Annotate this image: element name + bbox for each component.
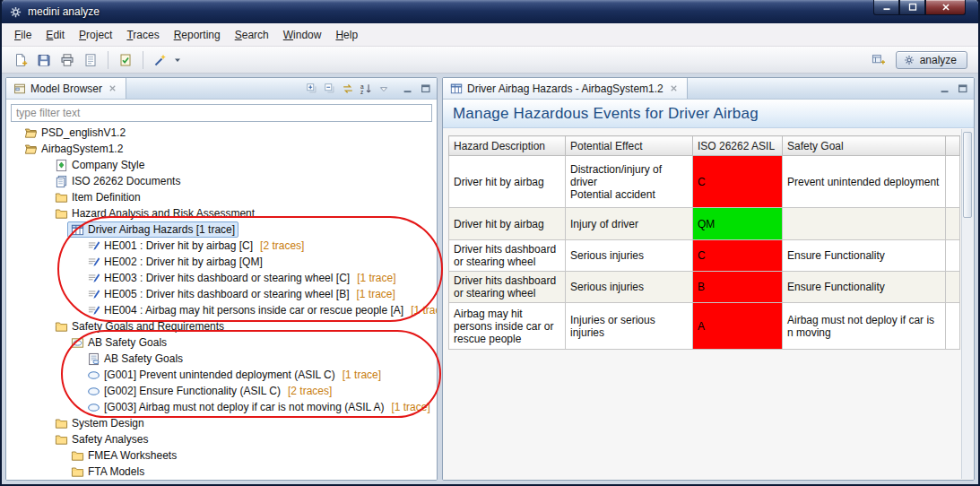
editor-scrollbar[interactable]	[961, 129, 973, 479]
tree-item[interactable]: [G002] Ensure Functionality (ASIL C)[2 t…	[6, 383, 437, 399]
scrollbar-thumb[interactable]	[963, 132, 972, 218]
close-button[interactable]	[925, 0, 966, 15]
tree-item-content: System Design	[51, 415, 148, 431]
menu-traces[interactable]: Traces	[119, 25, 166, 45]
potential-effect-cell[interactable]: Serious injuries	[566, 240, 693, 272]
potential-effect-cell[interactable]: Distraction/injury of driver Potential a…	[566, 156, 693, 208]
filter-input[interactable]	[11, 104, 432, 122]
column-header[interactable]: Potential Effect	[566, 136, 693, 156]
table-row: Driver hit by airbagInjury of driverQM	[449, 208, 960, 240]
safety-goal-cell[interactable]: Prevent unintended deployment	[783, 156, 946, 208]
potential-effect-cell[interactable]: Injury of driver	[566, 208, 693, 240]
tree-item-content: Company Style	[51, 157, 148, 173]
print-button[interactable]	[56, 49, 79, 71]
tree-item[interactable]: Driver Airbag Hazards [1 trace]	[6, 221, 437, 238]
hazard-description-cell[interactable]: Driver hits dashboard or stearing wheel	[449, 240, 566, 272]
tree-item[interactable]: AirbagSystem1.2	[6, 141, 437, 157]
tree-item[interactable]: [G003] Airbag must not deploy if car is …	[6, 399, 437, 415]
company-style-icon	[55, 159, 68, 172]
medini-logo-icon	[9, 5, 22, 19]
tree-item[interactable]: FTA Models	[6, 464, 437, 480]
close-tab-icon[interactable]	[107, 82, 118, 94]
tab-model-browser[interactable]: Model Browser	[6, 78, 126, 99]
analyze-perspective-button[interactable]: analyze	[896, 51, 967, 69]
safety-goal-cell[interactable]: Airbag must not deploy if car is n movin…	[783, 303, 946, 350]
export-report-button[interactable]	[79, 49, 102, 71]
menu-help[interactable]: Help	[328, 25, 365, 45]
tree-item[interactable]: HE004 : Airbag may hit persons inside ca…	[6, 302, 437, 318]
tree-item[interactable]: AB Safety Goals	[6, 334, 437, 351]
tree-item[interactable]: Hazard Analysis and Risk Assessment	[6, 205, 437, 221]
tree-item[interactable]: Safety Analyses	[6, 431, 437, 447]
tree-item-label: Hazard Analysis and Risk Assessment	[72, 207, 255, 220]
hazard-description-cell[interactable]: Driver hit by airbag	[449, 156, 566, 208]
window-controls	[873, 0, 973, 15]
tree-item[interactable]: HE005 : Driver hits dashboard or stearin…	[6, 286, 437, 302]
minimize-view-button[interactable]	[399, 80, 416, 97]
open-perspective-button[interactable]	[868, 50, 889, 70]
table-row: Driver hits dashboard or stearing wheelS…	[449, 272, 960, 303]
tree-item[interactable]: FMEA Worksheets	[6, 447, 437, 464]
safety-goal-cell[interactable]: Ensure Functionality	[783, 272, 946, 303]
editor-tab-icon	[450, 82, 463, 95]
tree-item[interactable]: HE001 : Driver hit by airbag [C][2 trace…	[6, 238, 437, 254]
maximize-view-button[interactable]	[954, 80, 971, 97]
tree-item-label: ISO 26262 Documents	[72, 175, 180, 187]
title-bar[interactable]: medini analyze	[2, 0, 978, 23]
menu-file[interactable]: File	[7, 25, 39, 45]
safety-goal-cell[interactable]: Ensure Functionality	[783, 240, 946, 272]
tab-driver-airbag-hazards[interactable]: Driver Airbag Hazards - AirbagSystem1.2	[443, 78, 688, 99]
asil-cell[interactable]: A	[693, 303, 783, 350]
expand-all-button[interactable]	[303, 80, 320, 97]
close-tab-icon[interactable]	[668, 82, 680, 94]
table-row: Airbag may hit persons inside car or res…	[449, 303, 960, 350]
hazard-description-cell[interactable]: Driver hits dashboard or stearing wheel	[449, 272, 566, 303]
new-wizard-button[interactable]	[9, 49, 32, 71]
dropdown-caret-icon[interactable]	[172, 49, 182, 71]
tree-item-content: [G002] Ensure Functionality (ASIL C)[2 t…	[83, 383, 335, 399]
folder-icon	[55, 207, 68, 221]
menu-edit[interactable]: Edit	[39, 25, 72, 45]
tree-item[interactable]: [G001] Prevent unintended deployment (AS…	[6, 367, 437, 383]
sort-button[interactable]: az	[357, 80, 374, 97]
validate-button[interactable]	[114, 49, 137, 71]
maximize-view-button[interactable]	[417, 80, 434, 97]
folder-icon	[71, 449, 84, 463]
maximize-button[interactable]	[899, 0, 925, 15]
menu-search[interactable]: Search	[228, 25, 276, 45]
potential-effect-cell[interactable]: Serious injuries	[566, 272, 693, 303]
tree-item[interactable]: PSD_englishV1.2	[6, 125, 437, 141]
hazard-description-cell[interactable]: Driver hit by airbag	[449, 208, 566, 240]
tree-item[interactable]: Company Style	[6, 157, 437, 173]
column-header[interactable]: ISO 26262 ASIL	[693, 136, 783, 156]
wand-button[interactable]	[149, 49, 172, 71]
tree-item-label: AirbagSystem1.2	[41, 143, 123, 155]
save-button[interactable]	[32, 49, 56, 71]
view-menu-button[interactable]	[375, 80, 392, 97]
minimize-view-button[interactable]	[936, 80, 953, 97]
asil-cell[interactable]: C	[693, 156, 783, 208]
menu-project[interactable]: Project	[72, 25, 119, 45]
tree-item[interactable]: HE003 : Driver hits dashboard or stearin…	[6, 270, 437, 286]
tree-item-content: HE002 : Driver hit by airbag [QM]	[83, 254, 266, 270]
collapse-all-button[interactable]	[321, 80, 338, 97]
asil-cell[interactable]: QM	[693, 208, 783, 240]
tree-item-label: HE001 : Driver hit by airbag [C]	[104, 239, 253, 252]
tree-item[interactable]: System Design	[6, 415, 437, 431]
tree-item[interactable]: Safety Goals and Requirements	[6, 318, 437, 334]
menu-window[interactable]: Window	[276, 25, 329, 45]
safety-goal-cell[interactable]	[783, 208, 946, 240]
column-header[interactable]: Safety Goal	[783, 136, 946, 156]
hazard-description-cell[interactable]: Airbag may hit persons inside car or res…	[449, 303, 566, 350]
tree-item[interactable]: ISO 26262 Documents	[6, 173, 437, 189]
tree-item[interactable]: Item Definition	[6, 189, 437, 205]
column-header[interactable]: Hazard Description	[449, 136, 566, 156]
menu-reporting[interactable]: Reporting	[167, 25, 228, 45]
potential-effect-cell[interactable]: Injuries or serious injuries	[566, 303, 693, 350]
tree-item[interactable]: HE002 : Driver hit by airbag [QM]	[6, 254, 437, 270]
minimize-button[interactable]	[873, 0, 899, 15]
tree-item[interactable]: AB Safety Goals	[6, 351, 437, 367]
asil-cell[interactable]: B	[693, 272, 783, 303]
link-with-editor-button[interactable]	[339, 80, 356, 97]
asil-cell[interactable]: C	[693, 240, 783, 272]
